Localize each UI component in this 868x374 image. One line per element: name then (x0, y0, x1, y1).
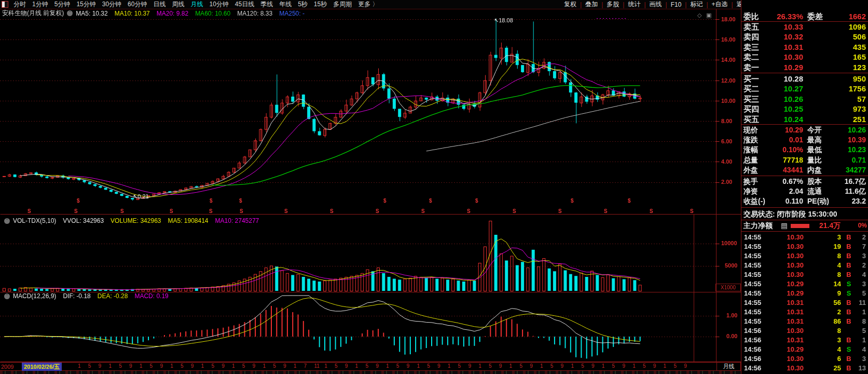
period-item-16[interactable]: 更多 〉 (355, 0, 381, 9)
tick-row[interactable]: 14:5510.304B2 (741, 260, 868, 270)
month-label: 5 (365, 363, 368, 369)
ask-row[interactable]: 卖五10.331096 (741, 22, 868, 32)
tick-row[interactable]: 14:5610.313B1 (741, 335, 868, 344)
period-item-2[interactable]: 5分钟 (51, 0, 74, 9)
ask-row-volume: 123 (853, 63, 866, 72)
tick-count: 4 (862, 271, 866, 278)
info-value: 34277 (846, 166, 866, 174)
tick-time: 14:55 (744, 261, 761, 269)
period-item-11[interactable]: 季线 (257, 0, 276, 9)
bid-row[interactable]: 买五10.24251 (741, 114, 868, 124)
bid-row[interactable]: 买二10.271756 (741, 84, 868, 94)
tick-row[interactable]: 14:5510.303B2 (741, 232, 868, 242)
vol-label-2: VOLUME: 342963 (111, 217, 161, 224)
ask-row-volume: 506 (853, 32, 866, 41)
period-item-10[interactable]: 45日线 (232, 0, 257, 9)
tick-flag: B (845, 261, 852, 269)
info-value: 0.01 (789, 136, 803, 144)
period-item-15[interactable]: 多周期 (330, 0, 355, 9)
period-item-6[interactable]: 日线 (150, 0, 169, 9)
bid-row-price: 10.26 (783, 95, 803, 103)
period-item-9[interactable]: 10分钟 (206, 0, 231, 9)
tick-flag: B (845, 299, 852, 306)
period-item-5[interactable]: 60分钟 (125, 0, 150, 9)
price-axis-label: 14.00 (721, 57, 736, 63)
toolbar-button-4[interactable]: 画线 (646, 0, 666, 9)
tick-row[interactable]: 14:5610.3085 (741, 326, 868, 335)
toolbar-button-3[interactable]: 统计 (624, 0, 644, 9)
bid-row-volume: 973 (853, 104, 866, 113)
tick-time: 14:55 (744, 299, 761, 306)
tick-row[interactable]: 14:5610.294S4 (741, 344, 868, 354)
period-item-8[interactable]: 月线 (187, 0, 206, 9)
tick-price: 10.30 (783, 261, 804, 269)
tick-row[interactable]: 14:5510.3156B11 (741, 298, 868, 307)
list-icon[interactable] (781, 223, 787, 229)
tick-row[interactable]: 14:5610.3025B13 (741, 363, 868, 372)
window-layout-icon[interactable] (2, 1, 8, 8)
vol-label-4: MA10: 2745277 (215, 217, 259, 224)
toolbar-button-6[interactable]: 标记 (686, 0, 706, 9)
toolbar-button-1[interactable]: 叠加 (582, 0, 601, 9)
panel-divider-line (741, 207, 868, 208)
month-label: 5 (489, 363, 492, 369)
ask-row-price: 10.33 (783, 22, 803, 31)
main-net-row[interactable]: 主力净额 21.4万 0% (741, 221, 868, 231)
diamond-tool-icon[interactable]: ◇ (697, 12, 701, 19)
toolbar-button-0[interactable]: 复权 (560, 0, 580, 9)
tick-flag: B (845, 317, 852, 325)
date-axis[interactable]: 2009 2010/02/26/五 1591591591591591591591… (0, 362, 741, 371)
volume-values: VOL-TDX(5,10)VVOL: 342963VOLUME: 342963M… (13, 217, 266, 224)
collapse-chevron-icon[interactable]: ˇ (4, 293, 10, 299)
tick-row[interactable]: 14:5510.2914S3 (741, 279, 868, 288)
collapse-chevron-icon[interactable]: ˇ (67, 10, 73, 16)
tick-row[interactable]: 14:5510.3186B8 (741, 316, 868, 326)
collapse-chevron-icon[interactable]: ˇ (4, 218, 10, 224)
bid-row[interactable]: 买四10.25973 (741, 104, 868, 114)
ask-row[interactable]: 卖三10.31435 (741, 42, 868, 52)
month-label: 5 (119, 363, 122, 369)
info-row: 总量77718量比0.71 (741, 155, 868, 165)
period-item-13[interactable]: 5秒 (295, 0, 311, 9)
tick-price: 10.30 (783, 355, 804, 363)
tick-price: 10.29 (783, 280, 804, 288)
bid-row[interactable]: 买一10.28950 (741, 74, 868, 84)
panel-tool-icon[interactable]: ▣ (706, 12, 711, 19)
macd-label-0: MACD(12,26,9) (13, 292, 56, 300)
tick-flag: B (845, 252, 852, 260)
period-list: 分时1分钟5分钟15分钟30分钟60分钟日线周线月线10分钟45日线季线年线5秒… (10, 0, 382, 9)
tick-row[interactable]: 14:5510.3019B7 (741, 242, 868, 251)
tick-row[interactable]: 14:5510.308B4 (741, 270, 868, 279)
ask-row-label: 卖四 (743, 32, 759, 42)
period-item-12[interactable]: 年线 (276, 0, 295, 9)
info-label: 量比 (807, 156, 822, 165)
tick-row[interactable]: 14:5510.312B1 (741, 307, 868, 316)
period-item-4[interactable]: 30分钟 (99, 0, 125, 9)
ask-row[interactable]: 卖四10.32506 (741, 32, 868, 42)
ask-row[interactable]: 卖二10.30165 (741, 52, 868, 62)
toolbar-button-5[interactable]: F10 (667, 1, 685, 8)
period-item-7[interactable]: 周线 (169, 0, 187, 9)
month-label: 7 (304, 363, 307, 369)
tick-row[interactable]: 14:5510.299S5 (741, 288, 868, 298)
bid-row[interactable]: 买三10.2657 (741, 94, 868, 104)
chart-canvas[interactable] (0, 9, 741, 362)
period-item-0[interactable]: 分时 (10, 0, 29, 9)
info-label: 换手 (743, 177, 758, 186)
period-item-3[interactable]: 15分钟 (73, 0, 99, 9)
tick-row[interactable]: 14:5610.306B3 (741, 354, 868, 363)
month-label: 5 (458, 363, 461, 369)
month-label: 1 (324, 363, 327, 369)
bid-row-price: 10.27 (783, 84, 803, 93)
ask-row-label: 卖一 (743, 63, 759, 73)
tick-row[interactable]: 14:5510.308B3 (741, 251, 868, 260)
info-label: 收益(-) (743, 197, 765, 206)
toolbar-button-2[interactable]: 多股 (603, 0, 623, 9)
period-item-14[interactable]: 15秒 (311, 0, 330, 9)
month-label: 9 (191, 363, 194, 369)
toolbar-button-7[interactable]: +自选 (708, 0, 732, 9)
ask-row[interactable]: 卖一10.29123 (741, 62, 868, 72)
info-label: 总量 (743, 156, 758, 165)
period-item-1[interactable]: 1分钟 (29, 0, 51, 9)
price-axis-label: 2.00 (721, 179, 732, 185)
